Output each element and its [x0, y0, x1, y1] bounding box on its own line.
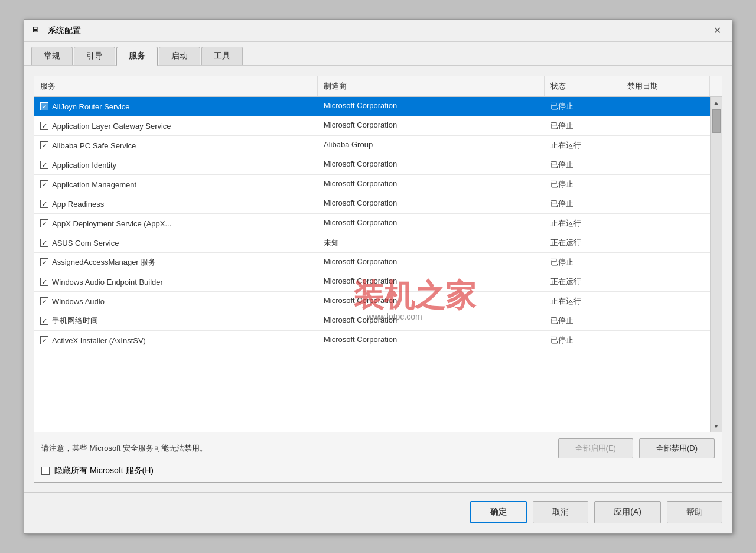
manufacturer-cell: Microsoft Corporation — [318, 292, 545, 311]
apply-button[interactable]: 应用(A) — [594, 501, 661, 523]
status-cell: 正在运行 — [545, 272, 621, 291]
disabled-date-cell — [621, 194, 710, 213]
row-checkbox[interactable] — [40, 180, 48, 188]
row-checkbox[interactable] — [40, 122, 48, 130]
manufacturer-cell: Microsoft Corporation — [318, 272, 545, 291]
tab-tools[interactable]: 工具 — [201, 47, 243, 65]
hide-ms-checkbox[interactable] — [41, 467, 50, 475]
service-name-cell: ActiveX Installer (AxInstSV) — [34, 331, 318, 350]
help-button[interactable]: 帮助 — [667, 501, 722, 523]
status-cell: 已停止 — [545, 311, 621, 330]
hide-ms-row: 隐藏所有 Microsoft 服务(H) — [41, 464, 715, 477]
service-label: Application Identity — [52, 161, 116, 170]
col-header-service[interactable]: 服务 — [34, 76, 318, 96]
manufacturer-cell: Microsoft Corporation — [318, 155, 545, 174]
ok-button[interactable]: 确定 — [470, 501, 527, 523]
service-name-cell: Application Layer Gateway Service — [34, 116, 318, 135]
table-body-wrapper: AllJoyn Router Service Microsoft Corpora… — [34, 97, 722, 432]
status-cell: 已停止 — [545, 331, 621, 350]
col-header-disabled-date[interactable]: 禁用日期 — [621, 76, 710, 96]
scroll-thumb[interactable] — [712, 109, 721, 133]
tab-boot[interactable]: 引导 — [74, 47, 115, 65]
row-checkbox[interactable] — [40, 258, 48, 266]
manufacturer-cell: Microsoft Corporation — [318, 214, 545, 233]
status-cell: 正在运行 — [545, 233, 621, 252]
service-label: Application Layer Gateway Service — [52, 122, 171, 131]
disabled-date-cell — [621, 155, 710, 174]
row-checkbox[interactable] — [40, 219, 48, 227]
tab-general[interactable]: 常规 — [31, 47, 73, 65]
service-name-cell: Application Identity — [34, 155, 318, 174]
row-checkbox[interactable] — [40, 278, 48, 286]
scrollbar[interactable]: ▲ ▼ — [710, 97, 722, 432]
close-button[interactable]: ✕ — [710, 25, 725, 37]
col-header-status[interactable]: 状态 — [545, 76, 621, 96]
status-cell: 已停止 — [545, 194, 621, 213]
table-row[interactable]: Windows Audio Endpoint Builder Microsoft… — [34, 272, 710, 292]
table-row[interactable]: ActiveX Installer (AxInstSV) Microsoft C… — [34, 331, 710, 350]
status-cell: 已停止 — [545, 175, 621, 194]
service-name-cell: Windows Audio — [34, 292, 318, 311]
row-checkbox[interactable] — [40, 102, 48, 110]
row-checkbox[interactable] — [40, 141, 48, 149]
table-header: 服务 制造商 状态 禁用日期 — [34, 76, 722, 97]
table-row[interactable]: 手机网络时间 Microsoft Corporation 已停止 — [34, 311, 710, 331]
table-row[interactable]: Alibaba PC Safe Service Alibaba Group 正在… — [34, 136, 710, 155]
title-bar: 🖥 系统配置 ✕ — [24, 20, 732, 42]
table-row[interactable]: AllJoyn Router Service Microsoft Corpora… — [34, 97, 710, 116]
service-label: AssignedAccessManager 服务 — [52, 257, 156, 268]
status-cell: 正在运行 — [545, 214, 621, 233]
service-label: ActiveX Installer (AxInstSV) — [52, 336, 146, 345]
service-name-cell: AppX Deployment Service (AppX... — [34, 214, 318, 233]
action-buttons: 全部启用(E) 全部禁用(D) — [558, 438, 715, 458]
col-header-manufacturer[interactable]: 制造商 — [318, 76, 545, 96]
row-checkbox[interactable] — [40, 239, 48, 247]
tab-startup[interactable]: 启动 — [159, 47, 200, 65]
manufacturer-cell: 未知 — [318, 233, 545, 252]
main-window: 🖥 系统配置 ✕ 常规 引导 服务 启动 工具 装机之家 www.lotpc.c… — [24, 19, 732, 534]
row-checkbox[interactable] — [40, 200, 48, 208]
window-icon: 🖥 — [31, 25, 43, 37]
service-name-cell: Application Management — [34, 175, 318, 194]
table-row[interactable]: Application Layer Gateway Service Micros… — [34, 116, 710, 136]
table-row[interactable]: ASUS Com Service 未知 正在运行 — [34, 233, 710, 253]
enable-all-button[interactable]: 全部启用(E) — [558, 438, 633, 458]
hide-ms-label: 隐藏所有 Microsoft 服务(H) — [54, 466, 154, 476]
disabled-date-cell — [621, 175, 710, 194]
tab-services[interactable]: 服务 — [116, 47, 158, 66]
services-panel: 装机之家 www.lotpc.com 服务 制造商 状态 禁用日期 AllJoy… — [34, 76, 722, 483]
table-row[interactable]: Windows Audio Microsoft Corporation 正在运行 — [34, 292, 710, 311]
table-row[interactable]: AppX Deployment Service (AppX... Microso… — [34, 214, 710, 233]
service-label: AppX Deployment Service (AppX... — [52, 219, 171, 228]
disable-all-button[interactable]: 全部禁用(D) — [639, 438, 715, 458]
service-name-cell: Alibaba PC Safe Service — [34, 136, 318, 155]
row-checkbox[interactable] — [40, 297, 48, 305]
disabled-date-cell — [621, 136, 710, 155]
disabled-date-cell — [621, 97, 710, 116]
table-row[interactable]: Application Identity Microsoft Corporati… — [34, 155, 710, 175]
window-title: 系统配置 — [48, 25, 81, 36]
cancel-button[interactable]: 取消 — [533, 501, 588, 523]
status-cell: 已停止 — [545, 253, 621, 272]
service-name-cell: AllJoyn Router Service — [34, 97, 318, 116]
title-bar-left: 🖥 系统配置 — [31, 25, 81, 37]
notice-row: 请注意，某些 Microsoft 安全服务可能无法禁用。 全部启用(E) 全部禁… — [41, 438, 715, 458]
manufacturer-cell: Alibaba Group — [318, 136, 545, 155]
row-checkbox[interactable] — [40, 317, 48, 325]
disabled-date-cell — [621, 253, 710, 272]
scroll-up-arrow[interactable]: ▲ — [711, 97, 722, 108]
status-cell: 正在运行 — [545, 292, 621, 311]
scroll-down-arrow[interactable]: ▼ — [711, 421, 722, 432]
row-checkbox[interactable] — [40, 336, 48, 344]
table-row[interactable]: App Readiness Microsoft Corporation 已停止 — [34, 194, 710, 214]
disabled-date-cell — [621, 331, 710, 350]
disabled-date-cell — [621, 292, 710, 311]
table-body: AllJoyn Router Service Microsoft Corpora… — [34, 97, 710, 432]
service-name-cell: Windows Audio Endpoint Builder — [34, 272, 318, 291]
service-name-cell: ASUS Com Service — [34, 233, 318, 252]
table-row[interactable]: AssignedAccessManager 服务 Microsoft Corpo… — [34, 253, 710, 272]
manufacturer-cell: Microsoft Corporation — [318, 311, 545, 330]
table-row[interactable]: Application Management Microsoft Corpora… — [34, 175, 710, 194]
row-checkbox[interactable] — [40, 161, 48, 169]
content-area: 装机之家 www.lotpc.com 服务 制造商 状态 禁用日期 AllJoy… — [24, 66, 732, 492]
